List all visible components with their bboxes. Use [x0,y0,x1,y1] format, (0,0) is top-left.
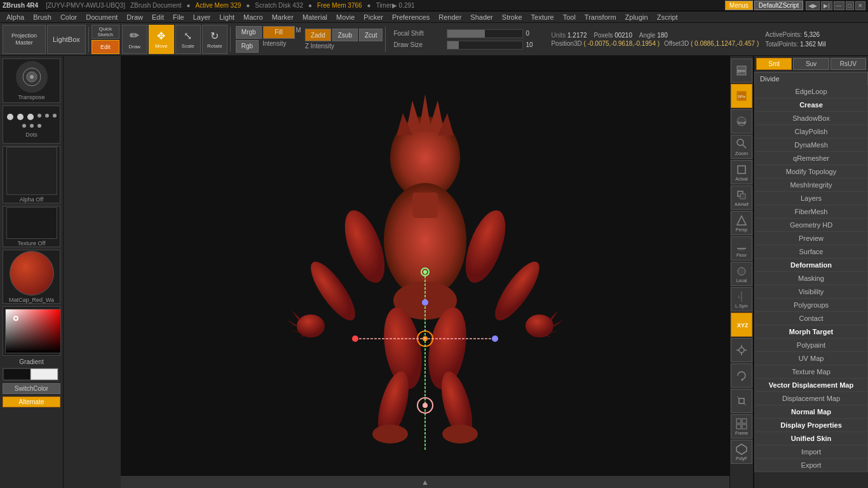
meshintegrity-button[interactable]: MeshIntegrity [754,179,868,192]
menus-button[interactable]: Menus [725,1,753,10]
masking-button[interactable]: Masking [754,272,868,285]
normal-map-button[interactable]: Normal Map [754,405,868,419]
suv-button[interactable]: Suv [793,58,829,70]
color-picker-container[interactable] [3,306,60,356]
rgb-mode-button[interactable]: Rgb [236,40,259,53]
move-button[interactable]: ✥ Move [149,25,174,54]
import-button[interactable]: Import [754,445,868,459]
menu-picker[interactable]: Picker [360,12,387,22]
menu-preferences[interactable]: Preferences [388,12,433,22]
spix-button[interactable]: SPix [731,84,752,108]
title-icon-1[interactable]: ◀▶ [806,1,820,10]
switch-color-button[interactable]: SwitchColor [3,383,60,394]
menu-alpha[interactable]: Alpha [3,12,28,22]
rgb-button[interactable]: Fill [263,26,295,39]
geometryhd-button[interactable]: Geometry HD [754,219,868,232]
defaultzscript-button[interactable]: DefaultZScript [754,1,803,10]
deformation-button[interactable]: Deformation [754,259,868,272]
menu-tool[interactable]: Tool [559,12,580,22]
bpr-button[interactable]: BPR [731,58,752,83]
polygroups-button[interactable]: Polygroups [754,299,868,312]
qremesher-button[interactable]: qRemesher [754,152,868,165]
scroll-button[interactable]: Scroll [731,109,752,133]
focal-shift-slider[interactable] [447,29,523,38]
alternate-button[interactable]: Alternate [3,396,60,407]
actual-button[interactable]: Actual [731,160,752,184]
lsym-button[interactable]: L L.Sym [731,287,752,311]
menu-marker[interactable]: Marker [268,12,297,22]
uv-map-button[interactable]: UV Map [754,352,868,365]
polyf-button[interactable]: PolyF [731,440,752,464]
export-button[interactable]: Export [754,459,868,472]
menu-draw[interactable]: Draw [123,12,147,22]
transpose-swatch[interactable]: Transpose [3,58,60,103]
polypaint-button[interactable]: Polypaint [754,339,868,352]
zadd-button[interactable]: Zadd [305,29,331,41]
menu-light[interactable]: Light [215,12,238,22]
menu-stroke[interactable]: Stroke [498,12,526,22]
aahalf-button[interactable]: AAHalf [731,186,752,210]
color-picker[interactable] [5,309,61,353]
menu-color[interactable]: Color [57,12,81,22]
smt-button[interactable]: Smt [756,58,792,70]
lightbox-button[interactable]: LightBox [47,25,86,54]
displacement-map-button[interactable]: Displacement Map [754,392,868,405]
alpha-swatch[interactable]: Alpha Off [3,146,60,203]
menu-movie[interactable]: Movie [332,12,358,22]
scale-button[interactable]: ⤡ Scale [175,25,201,54]
crease-button[interactable]: Crease [754,98,868,112]
minimize-button[interactable]: — [834,1,844,10]
draw-button[interactable]: ✏ Draw [122,25,147,54]
matcap-swatch[interactable]: MatCap_Red_Wa [3,250,60,304]
model-viewport[interactable] [121,56,729,475]
texture-swatch[interactable]: Texture Off [3,206,60,247]
menu-brush[interactable]: Brush [29,12,55,22]
gradient-bar[interactable] [3,368,58,381]
frame-button[interactable]: Frame [731,414,752,438]
divide-button[interactable]: Divide [754,72,868,85]
rotate-button[interactable]: ↻ Rotate [202,25,227,54]
morph-target-button[interactable]: Morph Target [754,325,868,339]
surface-button[interactable]: Surface [754,245,868,259]
menu-render[interactable]: Render [435,12,465,22]
unified-skin-button[interactable]: Unified Skin [754,432,868,445]
dynamesh-button[interactable]: DynaMesh [754,139,868,152]
edgeloop-button[interactable]: EdgeLoop [754,85,868,98]
display-properties-button[interactable]: Display Properties [754,419,868,432]
menu-document[interactable]: Document [82,12,121,22]
title-icon-2[interactable]: ▶| [821,1,832,10]
zcut-button[interactable]: Zcut [359,29,383,41]
menu-zplugin[interactable]: Zplugin [621,12,652,22]
local-button[interactable]: Local [731,262,752,286]
contact-button[interactable]: Contact [754,312,868,325]
texture-map-button[interactable]: Texture Map [754,365,868,379]
shadowbox-button[interactable]: ShadowBox [754,112,868,125]
xyz-button[interactable]: XYZ [731,313,752,337]
maximize-button[interactable]: □ [846,1,854,10]
preview-button[interactable]: Preview [754,232,868,245]
quick-sketch-button[interactable]: Quick Sketch [92,25,119,39]
layers-button[interactable]: Layers [754,192,868,205]
modify-topology-button[interactable]: Modify Topology [754,165,868,179]
menu-texture[interactable]: Texture [527,12,558,22]
mrgb-button[interactable]: Mrgb [236,26,262,39]
menu-transform[interactable]: Transform [581,12,620,22]
visibility-button[interactable]: Visibility [754,285,868,299]
floor-button[interactable]: Floor [731,236,752,261]
menu-file[interactable]: File [169,12,188,22]
reuv-button[interactable]: RsUV [831,58,866,70]
canvas-area[interactable]: ▲ [64,56,729,488]
menu-layer[interactable]: Layer [189,12,215,22]
claypolish-button[interactable]: ClayPolish [754,125,868,139]
zsub-button[interactable]: Zsub [332,29,358,41]
projection-master-button[interactable]: ProjectionMaster [3,25,46,54]
menu-macro[interactable]: Macro [240,12,267,22]
persp-button[interactable]: Persp [731,211,752,235]
menu-edit[interactable]: Edit [148,12,168,22]
fibermesh-button[interactable]: FiberMesh [754,205,868,219]
scale2-button[interactable] [731,389,752,413]
rotate2-button[interactable] [731,363,752,388]
zoom-button[interactable]: Zoom [731,135,752,159]
close-button[interactable]: ✕ [855,1,865,10]
move2-button[interactable] [731,338,752,362]
